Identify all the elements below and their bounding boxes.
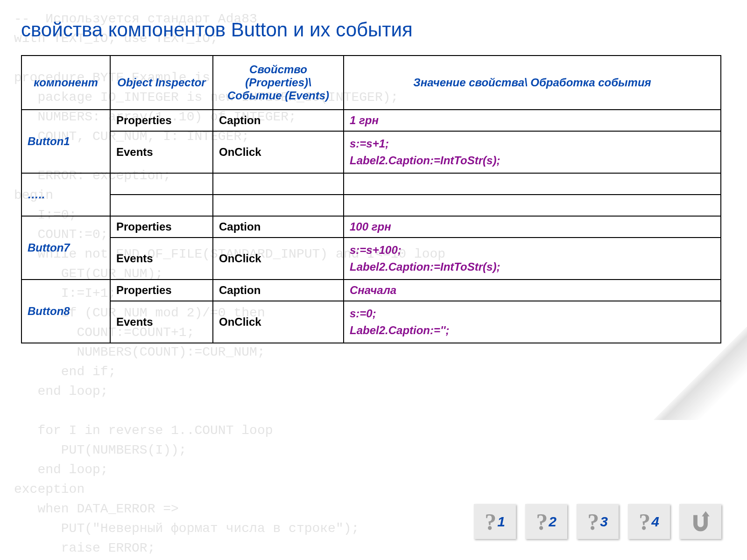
component-cell: ….. bbox=[21, 173, 110, 216]
table-row: Button1 Properties Caption 1 грн bbox=[21, 110, 721, 131]
property-cell: OnClick bbox=[213, 131, 344, 173]
value-cell: s:=0; Label2.Caption:=''; bbox=[344, 301, 721, 343]
u-turn-icon bbox=[688, 509, 713, 534]
nav-back-button[interactable] bbox=[679, 504, 721, 539]
inspector-cell: Properties bbox=[110, 216, 213, 238]
value-cell bbox=[344, 173, 721, 195]
property-cell bbox=[213, 173, 344, 195]
nav-question-3[interactable]: ?3 bbox=[577, 504, 619, 539]
value-cell: 100 грн bbox=[344, 216, 721, 238]
question-mark-icon: ? bbox=[485, 508, 496, 535]
property-cell: OnClick bbox=[213, 301, 344, 343]
page-title: свойства компонентов Button и их события bbox=[21, 19, 726, 41]
value-cell bbox=[344, 195, 721, 216]
nav-label: 4 bbox=[651, 514, 659, 530]
inspector-cell bbox=[110, 195, 213, 216]
value-cell: s:=s+1; Label2.Caption:=IntToStr(s); bbox=[344, 131, 721, 173]
table-header-row: компонент Object Inspector Свойство (Pro… bbox=[21, 56, 721, 110]
nav-label: 1 bbox=[497, 514, 505, 530]
question-mark-icon: ? bbox=[536, 508, 548, 535]
question-mark-icon: ? bbox=[587, 508, 599, 535]
header-inspector: Object Inspector bbox=[110, 56, 213, 110]
table-row: Button7 Properties Caption 100 грн bbox=[21, 216, 721, 238]
question-mark-icon: ? bbox=[639, 508, 650, 535]
property-cell: Caption bbox=[213, 216, 344, 238]
inspector-cell: Events bbox=[110, 301, 213, 343]
table-row: Events OnClick s:=s+1; Label2.Caption:=I… bbox=[21, 131, 721, 173]
table-row: Button8 Properties Caption Сначала bbox=[21, 280, 721, 301]
nav-question-1[interactable]: ?1 bbox=[474, 504, 516, 539]
header-value: Значение свойства\ Обработка события bbox=[344, 56, 721, 110]
component-cell: Button1 bbox=[21, 110, 110, 173]
table-row bbox=[21, 195, 721, 216]
inspector-cell bbox=[110, 173, 213, 195]
value-cell: s:=s+100; Label2.Caption:=IntToStr(s); bbox=[344, 238, 721, 280]
nav-label: 2 bbox=[549, 514, 557, 530]
property-cell: Caption bbox=[213, 110, 344, 131]
nav-question-4[interactable]: ?4 bbox=[628, 504, 670, 539]
inspector-cell: Properties bbox=[110, 110, 213, 131]
table-row: ….. bbox=[21, 173, 721, 195]
property-cell bbox=[213, 195, 344, 216]
component-cell: Button7 bbox=[21, 216, 110, 280]
value-cell: 1 грн bbox=[344, 110, 721, 131]
property-cell: OnClick bbox=[213, 238, 344, 280]
value-cell: Сначала bbox=[344, 280, 721, 301]
table-row: Events OnClick s:=s+100; Label2.Caption:… bbox=[21, 238, 721, 280]
navigation-bar: ?1 ?2 ?3 ?4 bbox=[474, 504, 721, 539]
table-row: Events OnClick s:=0; Label2.Caption:=''; bbox=[21, 301, 721, 343]
inspector-cell: Events bbox=[110, 238, 213, 280]
inspector-cell: Events bbox=[110, 131, 213, 173]
nav-label: 3 bbox=[600, 514, 608, 530]
properties-table: компонент Object Inspector Свойство (Pro… bbox=[21, 55, 721, 343]
nav-question-2[interactable]: ?2 bbox=[525, 504, 567, 539]
component-cell: Button8 bbox=[21, 280, 110, 343]
header-component: компонент bbox=[21, 56, 110, 110]
header-prop-event: Свойство (Properties)\ Событие (Events) bbox=[213, 56, 344, 110]
property-cell: Caption bbox=[213, 280, 344, 301]
inspector-cell: Properties bbox=[110, 280, 213, 301]
